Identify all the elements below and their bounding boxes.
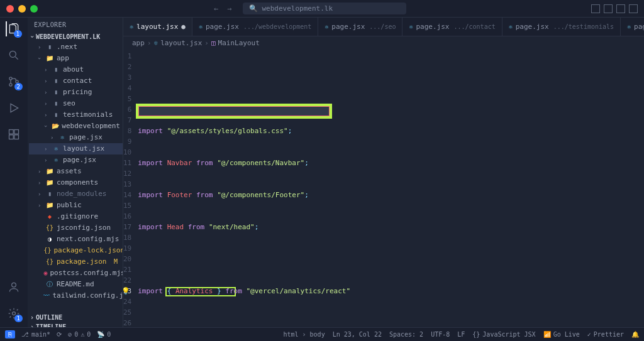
svg-point-2	[9, 84, 12, 86]
explorer-icon[interactable]: 1	[6, 21, 21, 36]
indentation[interactable]: Spaces: 2	[389, 331, 423, 338]
nav-arrows: ← →	[214, 4, 231, 13]
ports-indicator[interactable]: 📡0	[97, 331, 111, 338]
tab-layout-jsx[interactable]: ⚛layout.jsx●	[123, 18, 192, 36]
file-next-config[interactable]: ◑next.config.mjs	[29, 234, 123, 245]
html-path[interactable]: html › body	[283, 331, 325, 338]
svg-point-9	[13, 312, 16, 315]
status-bar: ⎘ ⎇main* ⟳ ⊘0 ⚠0 📡0 html › body Ln 23, C…	[0, 327, 644, 341]
breadcrumb-app[interactable]: app	[132, 39, 145, 47]
activity-bar: 1 2 1	[0, 18, 28, 327]
editor-area: ⚛layout.jsx● ⚛page.jsx.../webdevelopment…	[123, 18, 644, 327]
problems-indicator[interactable]: ⊘0 ⚠0	[68, 331, 91, 338]
folder-webdevelopment[interactable]: 📂webdevelopment	[29, 121, 123, 132]
tab-page-testimonials[interactable]: ⚛page.jsx.../testimonials	[502, 18, 621, 36]
language-mode[interactable]: {} JavaScript JSX	[472, 331, 535, 338]
file-postcss[interactable]: ◉postcss.config.mjs	[29, 268, 123, 279]
panel-bottom-icon[interactable]	[604, 4, 613, 13]
svg-rect-4	[9, 130, 14, 134]
tab-page-seo[interactable]: ⚛page.jsx.../seo	[318, 18, 402, 36]
breadcrumb-file[interactable]: layout.jsx	[160, 39, 202, 47]
eol[interactable]: LF	[457, 331, 465, 338]
explorer-badge: 1	[14, 30, 22, 38]
remote-button[interactable]: ⎘	[5, 330, 15, 338]
chevron-right-icon: ›	[147, 39, 152, 47]
tab-page-webdev[interactable]: ⚛page.jsx.../webdevelopment	[192, 18, 318, 36]
svg-point-0	[9, 51, 16, 57]
project-section[interactable]: WEBDEVELOPMENT.LK	[28, 32, 123, 41]
folder-about[interactable]: ▮about	[29, 64, 123, 75]
symbol-icon: ◫	[211, 39, 216, 47]
titlebar: ← → 🔍 webdevelopment.lk	[0, 0, 644, 18]
maximize-window-button[interactable]	[30, 5, 38, 13]
code-editor[interactable]: 💡 import "@/assets/styles/globals.css"; …	[138, 50, 644, 327]
folder-testimonials[interactable]: ▮testimonials	[29, 109, 123, 121]
svg-point-8	[12, 283, 16, 287]
nav-forward-icon[interactable]: →	[227, 4, 231, 13]
lightbulb-icon[interactable]: 💡	[123, 286, 130, 296]
prettier-status[interactable]: ✓ Prettier	[587, 331, 624, 338]
file-tailwind-config[interactable]: 〰tailwind.config.js	[29, 290, 123, 301]
folder-app[interactable]: 📁app	[29, 53, 123, 64]
git-branch[interactable]: ⎇main*	[21, 331, 50, 338]
timeline-section[interactable]: TIMELINE	[28, 322, 123, 327]
sidebar-title: EXPLORER	[28, 18, 123, 32]
folder-components[interactable]: 📁components	[29, 177, 123, 188]
folder-public[interactable]: 📁public	[29, 200, 123, 211]
command-center-text: webdevelopment.lk	[262, 4, 333, 13]
react-file-icon: ⚛	[154, 39, 158, 47]
highlight-annotation-1	[136, 104, 332, 119]
file-gitignore[interactable]: ◆.gitignore	[29, 211, 123, 222]
file-package-json[interactable]: {}package.jsonM	[29, 256, 123, 268]
file-page-jsx-wd[interactable]: ⚛page.jsx	[29, 132, 123, 143]
file-package-lock[interactable]: {}package-lock.jsonM	[29, 245, 123, 256]
branch-icon: ⎇	[21, 331, 29, 338]
file-jsconfig[interactable]: {}jsconfig.json	[29, 222, 123, 234]
settings-badge: 1	[14, 315, 23, 322]
account-icon[interactable]	[6, 279, 21, 295]
editor-tabs: ⚛layout.jsx● ⚛page.jsx.../webdevelopment…	[123, 18, 644, 36]
folder-assets[interactable]: 📁assets	[29, 166, 123, 177]
svg-rect-5	[14, 130, 19, 134]
window-controls	[6, 5, 38, 13]
sync-button[interactable]: ⟳	[57, 331, 62, 338]
folder-seo[interactable]: ▮seo	[29, 98, 123, 109]
breadcrumb-symbol[interactable]: MainLayout	[218, 39, 260, 47]
svg-rect-6	[9, 135, 14, 139]
scm-badge: 2	[14, 83, 23, 90]
file-tree: ▮.next 📁app ▮about ▮contact ▮pricing ▮se…	[28, 41, 123, 301]
file-readme[interactable]: ⓘREADME.md	[29, 279, 123, 290]
tab-page-contact[interactable]: ⚛page.jsx.../contact	[402, 18, 502, 36]
file-layout-jsx[interactable]: ⚛layout.jsx	[29, 143, 123, 154]
settings-icon[interactable]: 1	[6, 306, 21, 321]
source-control-icon[interactable]: 2	[6, 74, 21, 89]
search-icon[interactable]	[6, 48, 21, 63]
cursor-position[interactable]: Ln 23, Col 22	[333, 331, 382, 338]
file-page-jsx-root[interactable]: ⚛page.jsx	[29, 154, 123, 166]
panel-left-icon[interactable]	[591, 4, 600, 13]
panel-right-icon[interactable]	[616, 4, 625, 13]
outline-section[interactable]: OUTLINE	[28, 313, 123, 322]
svg-rect-7	[14, 135, 19, 139]
tab-page-pricing[interactable]: ⚛page.jsx.../pricir	[621, 18, 644, 36]
folder-pricing[interactable]: ▮pricing	[29, 87, 123, 98]
chevron-right-icon: ›	[204, 39, 209, 47]
folder-contact[interactable]: ▮contact	[29, 75, 123, 87]
extensions-icon[interactable]	[6, 127, 21, 142]
svg-point-1	[9, 77, 12, 80]
close-window-button[interactable]	[6, 5, 14, 13]
run-debug-icon[interactable]	[6, 100, 21, 116]
encoding[interactable]: UTF-8	[431, 331, 450, 338]
sidebar: EXPLORER WEBDEVELOPMENT.LK ▮.next 📁app ▮…	[28, 18, 123, 327]
notifications-icon[interactable]: 🔔	[631, 331, 639, 338]
titlebar-layout-controls	[591, 4, 638, 13]
nav-back-icon[interactable]: ←	[214, 4, 218, 13]
search-icon: 🔍	[249, 4, 258, 13]
folder-node-modules[interactable]: ▮node_modules	[29, 188, 123, 200]
minimize-window-button[interactable]	[18, 5, 26, 13]
breadcrumb[interactable]: app › ⚛ layout.jsx › ◫ MainLayout	[123, 36, 644, 50]
folder-next[interactable]: ▮.next	[29, 41, 123, 53]
layout-icon[interactable]	[629, 4, 638, 13]
go-live-button[interactable]: 📶 Go Live	[543, 331, 580, 338]
command-center[interactable]: 🔍 webdevelopment.lk	[243, 3, 406, 14]
